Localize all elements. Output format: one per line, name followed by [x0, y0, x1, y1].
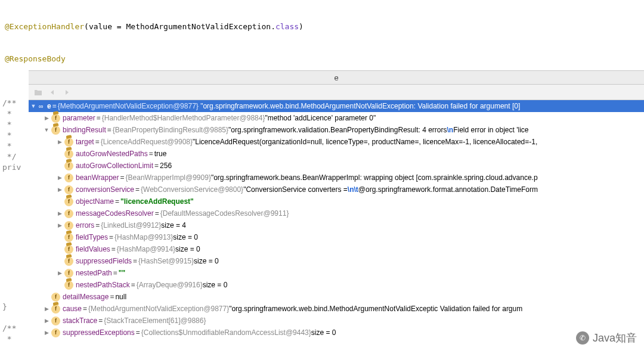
field-name: beanWrapper — [76, 172, 119, 184]
var-row-nestedPath[interactable]: ▶fnestedPath = "" — [29, 267, 644, 279]
code-line-1: @ExceptionHandler(value = MethodArgument… — [0, 21, 644, 32]
var-row-beanWrapper[interactable]: ▶fbeanWrapper = {BeanWrapperImpl@9909} "… — [29, 172, 644, 184]
code-line-2: @ResponseBody — [0, 54, 644, 64]
var-row-errors[interactable]: ▶ferrors = {LinkedList@9912} size = 4 — [29, 219, 644, 231]
folder-icon[interactable] — [33, 88, 43, 97]
expand-icon[interactable]: ▶ — [56, 219, 63, 231]
field-icon: f — [64, 257, 73, 266]
editor-gutter: /** * * * * */ priv } /** * — [0, 70, 29, 363]
field-icon: f — [64, 138, 73, 147]
field-value: "ConversionService converters = — [243, 184, 348, 196]
field-name: fieldValues — [76, 243, 110, 255]
var-row-nestedPathStack[interactable]: fnestedPathStack = {ArrayDeque@9916} siz… — [29, 279, 644, 291]
var-row-autoGrowNestedPaths[interactable]: fautoGrowNestedPaths = true — [29, 148, 644, 160]
field-value: "org.springframework.validation.BeanProp… — [228, 124, 447, 136]
field-value: size = 0 — [173, 231, 198, 243]
var-row-autoGrowCollectionLimit[interactable]: fautoGrowCollectionLimit = 256 — [29, 160, 644, 172]
field-value: "method 'addLicence' parameter 0" — [265, 112, 376, 124]
variables-tree[interactable]: ▼ ∞ e = {MethodArgumentNotValidException… — [29, 100, 644, 363]
field-value: "licenceAddRequest" — [120, 196, 194, 207]
field-value: size = 4 — [161, 219, 186, 231]
var-row-objectName[interactable]: fobjectName = "licenceAddRequest" — [29, 196, 644, 207]
field-value: size = 0 — [203, 279, 228, 291]
field-value: "LicenceAddRequest(organizationId=null, … — [193, 136, 537, 148]
var-row-parameter[interactable]: ▶fparameter = {HandlerMethod$HandlerMeth… — [29, 112, 644, 124]
field-icon: f — [64, 281, 73, 290]
expand-icon[interactable]: ▶ — [43, 327, 50, 339]
field-icon: f — [64, 221, 73, 230]
field-value: size = 0 — [194, 255, 219, 267]
var-row-fieldValues[interactable]: ffieldValues = {HashMap@9914} size = 0 — [29, 243, 644, 255]
field-icon: f — [64, 233, 73, 242]
var-row-fieldTypes[interactable]: ffieldTypes = {HashMap@9913} size = 0 — [29, 231, 644, 243]
expand-icon[interactable]: ▶ — [56, 184, 63, 196]
forward-icon[interactable] — [62, 88, 72, 97]
field-value: true — [154, 148, 167, 160]
debug-toolbar — [29, 85, 644, 100]
field-name: target — [76, 136, 94, 148]
expand-icon[interactable]: ▶ — [43, 112, 50, 124]
field-icon: f — [64, 150, 73, 159]
var-row-detailMessage[interactable]: fdetailMessage = null — [29, 291, 644, 303]
field-name: nestedPath — [76, 267, 112, 279]
field-name: errors — [76, 219, 94, 231]
field-name: suppressedExceptions — [63, 327, 135, 339]
back-icon[interactable] — [48, 88, 57, 97]
field-icon: f — [64, 269, 73, 278]
field-name: messageCodesResolver — [76, 207, 154, 219]
field-icon: f — [64, 173, 73, 182]
field-name: cause — [63, 303, 82, 315]
var-row-bindingResult[interactable]: ▼fbindingResult = {BeanPropertyBindingRe… — [29, 124, 644, 136]
field-name: fieldTypes — [76, 231, 108, 243]
field-typeref: {LinkedList@9912} — [101, 219, 161, 231]
field-name: bindingResult — [63, 124, 106, 136]
expand-icon[interactable]: ▶ — [56, 207, 63, 219]
field-icon: f — [51, 317, 60, 325]
collapse-icon[interactable]: ▼ — [30, 100, 37, 112]
debug-inspect-title: e — [29, 70, 644, 85]
field-value: "" — [119, 267, 125, 279]
collapse-icon[interactable]: ▼ — [43, 124, 50, 136]
field-icon: f — [51, 293, 60, 302]
infinity-icon: ∞ — [37, 102, 45, 110]
var-row-cause[interactable]: ▶fcause = {MethodArgumentNotValidExcepti… — [29, 303, 644, 315]
field-typeref: {DefaultMessageCodesResolver@9911} — [160, 207, 289, 219]
field-typeref: {ArrayDeque@9916} — [137, 279, 203, 291]
field-name: parameter — [63, 112, 95, 124]
var-row-target[interactable]: ▶ftarget = {LicenceAddRequest@9908} "Lic… — [29, 136, 644, 148]
watermark: ✆ Java知音 — [576, 331, 637, 345]
field-name: stackTrace — [63, 315, 97, 327]
var-root[interactable]: ▼ ∞ e = {MethodArgumentNotValidException… — [29, 100, 644, 112]
var-row-suppressedFields[interactable]: fsuppressedFields = {HashSet@9915} size … — [29, 255, 644, 267]
field-icon: f — [51, 328, 60, 337]
field-typeref: {MethodArgumentNotValidException@9877} — [88, 303, 229, 315]
field-typeref: {Collections$UnmodifiableRandomAccessLis… — [141, 327, 311, 339]
field-typeref: {BeanWrapperImpl@9909} — [126, 172, 211, 184]
expand-icon[interactable]: ▶ — [56, 267, 63, 279]
field-typeref: {HashSet@9915} — [138, 255, 194, 267]
expand-icon[interactable]: ▶ — [56, 136, 63, 148]
field-icon: f — [64, 197, 73, 206]
field-value: null — [115, 291, 126, 303]
expand-icon[interactable]: ▶ — [56, 172, 63, 184]
field-name: autoGrowNestedPaths — [76, 148, 148, 160]
var-row-conversionService[interactable]: ▶fconversionService = {WebConversionServ… — [29, 184, 644, 196]
field-icon: f — [64, 162, 73, 170]
var-row-stackTrace[interactable]: ▶fstackTrace = {StackTraceElement[61]@98… — [29, 315, 644, 327]
field-typeref: {LicenceAddRequest@9908} — [101, 136, 193, 148]
field-name: autoGrowCollectionLimit — [76, 160, 153, 172]
expand-icon[interactable]: ▶ — [43, 315, 50, 327]
var-row-messageCodesResolver[interactable]: ▶fmessageCodesResolver = {DefaultMessage… — [29, 207, 644, 219]
field-value: size = 0 — [311, 327, 336, 339]
var-row-suppressedExceptions[interactable]: ▶fsuppressedExceptions = {Collections$Un… — [29, 327, 644, 339]
field-name: conversionService — [76, 184, 134, 196]
field-name: objectName — [76, 196, 114, 207]
field-icon: f — [64, 185, 73, 194]
field-typeref: {HashMap@9914} — [117, 243, 175, 255]
field-value: "org.springframework.beans.BeanWrapperIm… — [211, 172, 538, 184]
field-value: "org.springframework.web.bind.MethodArgu… — [229, 303, 522, 315]
field-icon: f — [64, 245, 73, 254]
wechat-icon: ✆ — [576, 331, 589, 345]
expand-icon[interactable]: ▶ — [43, 303, 50, 315]
field-typeref: {HashMap@9913} — [114, 231, 173, 243]
